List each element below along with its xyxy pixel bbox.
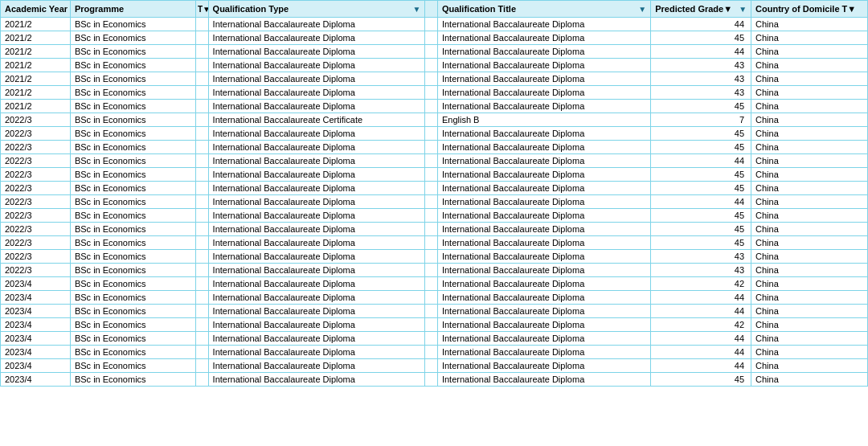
cell-predicted-grade: 45 <box>651 182 751 195</box>
cell-qual-title: International Baccalaureate Diploma <box>437 318 650 332</box>
col-header-predicted-grade-label: Predicted Grade▼ <box>655 4 732 14</box>
cell-title-sep <box>425 100 438 113</box>
col-header-title-sep[interactable] <box>425 1 438 18</box>
table-row: 2022/3BSc in EconomicsInternational Bacc… <box>1 209 868 223</box>
cell-type-sep <box>195 86 208 100</box>
cell-qual-title: International Baccalaureate Diploma <box>437 141 650 154</box>
col-header-programme[interactable]: Programme <box>70 1 195 18</box>
col-header-type-sep-label: T▼ <box>198 5 208 14</box>
cell-title-sep <box>425 277 438 291</box>
cell-title-sep <box>425 223 438 236</box>
cell-academic-year: 2022/3 <box>1 195 71 209</box>
col-header-qual-type[interactable]: Qualification Type ▼ <box>208 1 425 18</box>
cell-qual-title: International Baccalaureate Diploma <box>437 100 650 113</box>
cell-qual-title: International Baccalaureate Diploma <box>437 250 650 264</box>
filter-icon-predicted-grade[interactable]: ▼ <box>739 5 747 14</box>
cell-qual-type: International Baccalaureate Diploma <box>208 59 425 72</box>
table-row: 2022/3BSc in EconomicsInternational Bacc… <box>1 154 868 168</box>
col-header-qual-title[interactable]: Qualification Title ▼ <box>437 1 650 18</box>
cell-academic-year: 2022/3 <box>1 182 71 195</box>
cell-type-sep <box>195 236 208 250</box>
table-row: 2021/2BSc in EconomicsInternational Bacc… <box>1 45 868 59</box>
cell-qual-type: International Baccalaureate Diploma <box>208 332 425 346</box>
table-row: 2023/4BSc in EconomicsInternational Bacc… <box>1 373 868 387</box>
cell-predicted-grade: 45 <box>651 373 751 387</box>
cell-predicted-grade: 45 <box>651 127 751 141</box>
cell-programme: BSc in Economics <box>70 195 195 209</box>
cell-predicted-grade: 45 <box>651 236 751 250</box>
cell-predicted-grade: 45 <box>651 100 751 113</box>
col-header-country[interactable]: Country of Domicile T▼ <box>751 1 868 18</box>
cell-qual-title: International Baccalaureate Diploma <box>437 154 650 168</box>
cell-type-sep <box>195 154 208 168</box>
cell-qual-title: International Baccalaureate Diploma <box>437 305 650 318</box>
cell-qual-type: International Baccalaureate Diploma <box>208 277 425 291</box>
filter-icon-qual-type[interactable]: ▼ <box>412 5 420 14</box>
cell-academic-year: 2021/2 <box>1 100 71 113</box>
col-header-type-sep[interactable]: T▼ <box>195 1 208 18</box>
cell-type-sep <box>195 195 208 209</box>
table-row: 2021/2BSc in EconomicsInternational Bacc… <box>1 18 868 31</box>
cell-country: China <box>751 291 868 305</box>
cell-programme: BSc in Economics <box>70 359 195 373</box>
cell-qual-type: International Baccalaureate Diploma <box>208 223 425 236</box>
cell-country: China <box>751 318 868 332</box>
table-row: 2023/4BSc in EconomicsInternational Bacc… <box>1 318 868 332</box>
col-header-academic-year[interactable]: Academic Year ▼ <box>1 1 71 18</box>
cell-academic-year: 2021/2 <box>1 31 71 45</box>
cell-qual-title: International Baccalaureate Diploma <box>437 291 650 305</box>
cell-country: China <box>751 113 868 127</box>
cell-programme: BSc in Economics <box>70 373 195 387</box>
cell-academic-year: 2022/3 <box>1 113 71 127</box>
cell-predicted-grade: 7 <box>651 113 751 127</box>
cell-country: China <box>751 277 868 291</box>
cell-qual-title: International Baccalaureate Diploma <box>437 195 650 209</box>
table-row: 2022/3BSc in EconomicsInternational Bacc… <box>1 264 868 277</box>
cell-country: China <box>751 86 868 100</box>
cell-qual-title: International Baccalaureate Diploma <box>437 359 650 373</box>
cell-academic-year: 2022/3 <box>1 168 71 182</box>
cell-predicted-grade: 43 <box>651 86 751 100</box>
data-table: Academic Year ▼ Programme T▼ Qua <box>0 0 868 446</box>
table-row: 2022/3BSc in EconomicsInternational Bacc… <box>1 127 868 141</box>
cell-programme: BSc in Economics <box>70 100 195 113</box>
cell-country: China <box>751 182 868 195</box>
cell-country: China <box>751 236 868 250</box>
cell-predicted-grade: 44 <box>651 359 751 373</box>
table-row: 2023/4BSc in EconomicsInternational Bacc… <box>1 332 868 346</box>
col-header-predicted-grade[interactable]: Predicted Grade▼ ▼ <box>651 1 751 18</box>
cell-programme: BSc in Economics <box>70 332 195 346</box>
col-header-academic-year-label: Academic Year <box>5 4 68 14</box>
table-row: 2023/4BSc in EconomicsInternational Bacc… <box>1 359 868 373</box>
cell-type-sep <box>195 264 208 277</box>
cell-country: China <box>751 18 868 31</box>
cell-predicted-grade: 43 <box>651 59 751 72</box>
table-row: 2022/3BSc in EconomicsInternational Bacc… <box>1 223 868 236</box>
cell-qual-title: International Baccalaureate Diploma <box>437 59 650 72</box>
cell-type-sep <box>195 291 208 305</box>
cell-academic-year: 2021/2 <box>1 59 71 72</box>
cell-country: China <box>751 59 868 72</box>
cell-academic-year: 2023/4 <box>1 291 71 305</box>
cell-programme: BSc in Economics <box>70 291 195 305</box>
cell-qual-type: International Baccalaureate Diploma <box>208 373 425 387</box>
cell-title-sep <box>425 236 438 250</box>
cell-title-sep <box>425 182 438 195</box>
cell-qual-type: International Baccalaureate Certificate <box>208 113 425 127</box>
cell-country: China <box>751 45 868 59</box>
cell-academic-year: 2023/4 <box>1 346 71 359</box>
table-row: 2022/3BSc in EconomicsInternational Bacc… <box>1 168 868 182</box>
cell-title-sep <box>425 168 438 182</box>
cell-qual-title: International Baccalaureate Diploma <box>437 264 650 277</box>
filter-icon-qual-title[interactable]: ▼ <box>638 5 646 14</box>
cell-title-sep <box>425 45 438 59</box>
cell-predicted-grade: 45 <box>651 223 751 236</box>
cell-country: China <box>751 127 868 141</box>
cell-programme: BSc in Economics <box>70 223 195 236</box>
table-row: 2022/3BSc in EconomicsInternational Bacc… <box>1 141 868 154</box>
cell-qual-type: International Baccalaureate Diploma <box>208 359 425 373</box>
cell-title-sep <box>425 86 438 100</box>
cell-predicted-grade: 42 <box>651 277 751 291</box>
cell-programme: BSc in Economics <box>70 31 195 45</box>
table-row: 2022/3BSc in EconomicsInternational Bacc… <box>1 250 868 264</box>
